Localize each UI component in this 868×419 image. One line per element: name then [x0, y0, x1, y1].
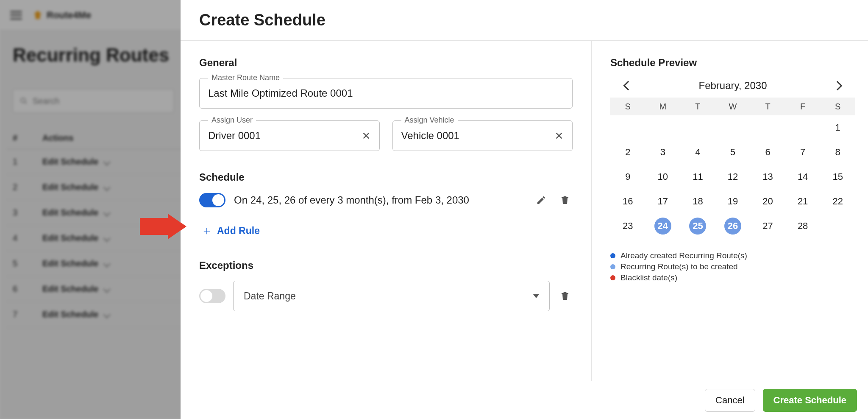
calendar-day-cell[interactable]: 26	[715, 214, 751, 238]
edit-rule-icon[interactable]	[534, 193, 549, 208]
create-schedule-modal: Create Schedule General Master Route Nam…	[181, 0, 868, 419]
calendar-grid: SMTWTFS 12345678910111213141516171819202…	[610, 98, 855, 238]
calendar-day-cell[interactable]: 13	[750, 165, 785, 189]
calendar-day-cell[interactable]: 4	[680, 140, 715, 165]
calendar-day-cell[interactable]: 25	[680, 214, 715, 238]
calendar-day-cell[interactable]: 12	[715, 165, 751, 189]
legend-dot-dark-icon	[610, 253, 615, 258]
assign-user-label: Assign User	[208, 116, 256, 125]
rule-toggle[interactable]	[199, 193, 225, 207]
modal-title: Create Schedule	[199, 11, 326, 29]
calendar-day-cell[interactable]: 24	[645, 214, 681, 238]
calendar-legend: Already created Recurring Route(s) Recur…	[610, 251, 855, 282]
calendar-dow-cell: S	[820, 98, 855, 115]
calendar-day-cell[interactable]: 3	[645, 140, 681, 165]
legend-tobe: Recurring Route(s) to be created	[610, 262, 855, 271]
rule-text: On 24, 25, 26 of every 3 month(s), from …	[234, 194, 525, 206]
schedule-rule-row: On 24, 25, 26 of every 3 month(s), from …	[199, 193, 573, 208]
calendar-day-cell[interactable]: 9	[610, 165, 645, 189]
calendar-day-cell	[785, 115, 821, 140]
calendar-day-cell[interactable]: 1	[820, 115, 855, 140]
delete-exception-icon[interactable]	[557, 288, 573, 304]
calendar-dow-cell: F	[785, 98, 821, 115]
calendar-day-cell[interactable]: 11	[680, 165, 715, 189]
master-route-name-field[interactable]: Master Route Name Last Mile Optimized Ro…	[199, 78, 573, 109]
preview-heading: Schedule Preview	[610, 57, 855, 69]
assign-vehicle-label: Assign Vehicle	[401, 116, 458, 125]
calendar-dow-cell: S	[610, 98, 645, 115]
schedule-heading: Schedule	[199, 171, 573, 183]
calendar-next-icon[interactable]	[833, 81, 843, 91]
preview-column: Schedule Preview February, 2030 SMTWTFS …	[592, 41, 868, 381]
calendar-day-cell[interactable]: 10	[645, 165, 681, 189]
modal-body: General Master Route Name Last Mile Opti…	[181, 41, 868, 381]
plus-icon: ＋	[201, 225, 213, 237]
calendar-day-cell[interactable]: 2	[610, 140, 645, 165]
calendar-day-cell	[610, 115, 645, 140]
calendar-day-cell[interactable]: 27	[750, 214, 785, 238]
exception-type-label: Date Range	[244, 291, 296, 302]
assign-user-value: Driver 0001	[208, 130, 362, 142]
calendar-day-cell	[715, 115, 751, 140]
calendar-prev-icon[interactable]	[623, 81, 633, 91]
calendar-day-cell	[750, 115, 785, 140]
chevron-down-icon	[533, 294, 539, 298]
assign-vehicle-value: Vehicle 0001	[401, 130, 555, 142]
calendar-dow-cell: T	[680, 98, 715, 115]
legend-dot-red-icon	[610, 275, 615, 280]
calendar-day-cell[interactable]: 19	[715, 189, 751, 214]
master-route-name-value: Last Mile Optimized Route 0001	[208, 87, 564, 99]
calendar-day-cell[interactable]: 21	[785, 189, 821, 214]
calendar-day-cell	[820, 214, 855, 238]
calendar-weeks: 1234567891011121314151617181920212223242…	[610, 115, 855, 238]
form-column: General Master Route Name Last Mile Opti…	[181, 41, 592, 381]
cancel-button[interactable]: Cancel	[705, 389, 755, 412]
legend-dot-light-icon	[610, 264, 615, 269]
calendar-dow-cell: M	[645, 98, 681, 115]
calendar-dow-cell: T	[750, 98, 785, 115]
calendar-day-cell[interactable]: 18	[680, 189, 715, 214]
calendar-day-cell[interactable]: 5	[715, 140, 751, 165]
calendar-day-cell[interactable]: 23	[610, 214, 645, 238]
general-heading: General	[199, 57, 573, 69]
assign-vehicle-field[interactable]: Assign Vehicle Vehicle 0001	[392, 120, 573, 151]
calendar-day-cell[interactable]: 8	[820, 140, 855, 165]
calendar-dow-row: SMTWTFS	[610, 98, 855, 115]
calendar-month-label: February, 2030	[699, 80, 767, 92]
assign-user-field[interactable]: Assign User Driver 0001	[199, 120, 380, 151]
clear-user-icon[interactable]	[362, 131, 371, 140]
master-route-name-label: Master Route Name	[208, 73, 283, 82]
exception-row: Date Range	[199, 281, 573, 311]
legend-created: Already created Recurring Route(s)	[610, 251, 855, 260]
exception-type-select[interactable]: Date Range	[233, 281, 550, 311]
calendar-header: February, 2030	[610, 80, 855, 92]
clear-vehicle-icon[interactable]	[554, 131, 564, 140]
exceptions-heading: Exceptions	[199, 260, 573, 271]
calendar-day-cell[interactable]: 16	[610, 189, 645, 214]
calendar-day-cell[interactable]: 14	[785, 165, 821, 189]
calendar-dow-cell: W	[715, 98, 751, 115]
legend-blacklist: Blacklist date(s)	[610, 273, 855, 282]
calendar-day-cell[interactable]: 15	[820, 165, 855, 189]
delete-rule-icon[interactable]	[557, 193, 573, 208]
calendar-day-cell[interactable]: 17	[645, 189, 681, 214]
calendar-day-cell[interactable]: 20	[750, 189, 785, 214]
modal-header: Create Schedule	[181, 0, 868, 41]
add-rule-label: Add Rule	[217, 225, 260, 237]
red-arrow-callout	[140, 215, 187, 238]
calendar-day-cell[interactable]: 28	[785, 214, 821, 238]
calendar-day-cell[interactable]: 7	[785, 140, 821, 165]
calendar-day-cell[interactable]: 6	[750, 140, 785, 165]
modal-footer: Cancel Create Schedule	[181, 381, 868, 419]
add-rule-button[interactable]: ＋ Add Rule	[199, 222, 573, 239]
create-schedule-button[interactable]: Create Schedule	[763, 389, 857, 412]
calendar-day-cell[interactable]: 22	[820, 189, 855, 214]
calendar-day-cell	[645, 115, 681, 140]
exception-toggle[interactable]	[199, 289, 225, 303]
calendar-day-cell	[680, 115, 715, 140]
